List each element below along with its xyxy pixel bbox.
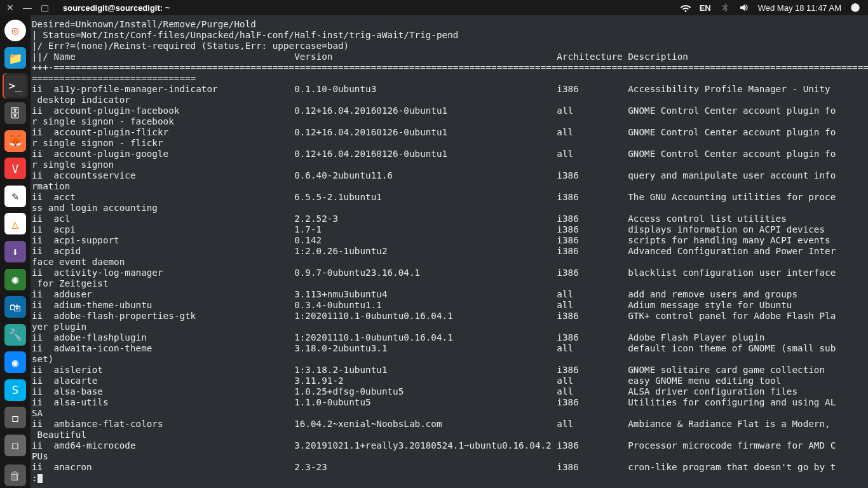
terminal-output[interactable]: Desired=Unknown/Install/Remove/Purge/Hol…: [31, 15, 868, 488]
vlc-icon: △: [4, 213, 26, 234]
panel-indicators: EN Wed May 18 11:47 AM: [681, 3, 868, 13]
dock-app-box-2[interactable]: ◻: [3, 433, 28, 458]
maximize-icon[interactable]: ▢: [41, 3, 49, 12]
dock: ◎📁>_🗄🦊V✎△⬇◉🛍🔧◉S◻◻🗑: [0, 15, 31, 488]
file-manager-icon: 🗄: [4, 102, 26, 124]
firefox-icon: 🦊: [4, 130, 26, 152]
close-icon[interactable]: ✕: [6, 3, 14, 12]
screenshot-icon: ◉: [4, 269, 26, 290]
dock-firefox[interactable]: 🦊: [3, 128, 28, 154]
top-panel: ✕ — ▢ sourcedigit@sourcedigit: ~ EN Wed …: [0, 0, 868, 15]
vivaldi-icon: V: [4, 158, 26, 179]
dock-files[interactable]: 📁: [3, 46, 28, 71]
dock-app-spiral[interactable]: ◉: [3, 349, 28, 375]
dock-file-manager[interactable]: 🗄: [3, 101, 28, 126]
dock-deb-installer[interactable]: ⬇: [3, 239, 28, 264]
dock-screenshot[interactable]: ◉: [3, 267, 28, 292]
clock[interactable]: Wed May 18 11:47 AM: [758, 3, 841, 13]
window-title: sourcedigit@sourcedigit: ~: [63, 3, 170, 13]
dock-software[interactable]: 🛍: [3, 294, 28, 320]
keyboard-lang[interactable]: EN: [700, 3, 711, 13]
dock-skype[interactable]: S: [3, 377, 28, 403]
dock-show-applications[interactable]: ◎: [3, 18, 28, 43]
power-icon[interactable]: [850, 3, 860, 13]
deb-installer-icon: ⬇: [4, 241, 26, 262]
text-editor-icon: ✎: [4, 186, 26, 207]
pager-prompt[interactable]: :: [32, 473, 868, 484]
terminal-icon: >_: [4, 75, 26, 97]
dock-app-box-1[interactable]: ◻: [3, 405, 28, 430]
settings-icon: 🔧: [4, 324, 26, 346]
show-applications-icon: ◎: [4, 20, 26, 41]
minimize-icon[interactable]: —: [23, 3, 32, 12]
app-box-2-icon: ◻: [4, 435, 26, 456]
wifi-icon[interactable]: [681, 3, 691, 13]
dock-text-editor[interactable]: ✎: [3, 184, 28, 209]
volume-icon[interactable]: [739, 3, 749, 13]
bluetooth-icon[interactable]: [720, 3, 730, 13]
skype-icon: S: [4, 379, 26, 401]
cursor-icon: [37, 474, 43, 483]
app-box-1-icon: ◻: [4, 407, 26, 428]
dock-terminal[interactable]: >_: [3, 73, 28, 98]
software-icon: 🛍: [4, 296, 26, 318]
window-controls: ✕ — ▢: [0, 3, 49, 12]
dock-vivaldi[interactable]: V: [3, 156, 28, 182]
dock-settings[interactable]: 🔧: [3, 322, 28, 348]
dock-trash[interactable]: 🗑: [3, 463, 28, 489]
app-spiral-icon: ◉: [4, 351, 26, 373]
dock-vlc[interactable]: △: [3, 212, 28, 237]
trash-icon: 🗑: [4, 464, 26, 486]
svg-rect-0: [855, 3, 855, 8]
files-icon: 📁: [4, 47, 26, 69]
